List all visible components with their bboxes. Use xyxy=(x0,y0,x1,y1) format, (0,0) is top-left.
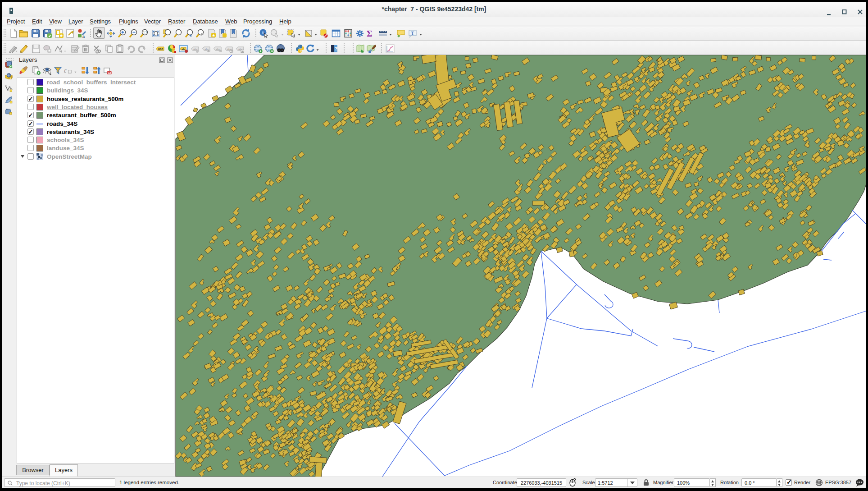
svg-text:1:1: 1:1 xyxy=(143,31,147,34)
svg-text:Σ: Σ xyxy=(367,29,372,38)
svg-text:abc: abc xyxy=(158,47,164,50)
svg-text:T: T xyxy=(411,31,414,36)
svg-text:abc: abc xyxy=(216,48,221,50)
svg-text:?: ? xyxy=(335,46,338,51)
svg-text:ab: ab xyxy=(182,48,185,50)
svg-text:abc: abc xyxy=(193,48,198,50)
svg-text:i: i xyxy=(262,30,264,35)
svg-text:a: a xyxy=(82,34,85,38)
svg-text:ε: ε xyxy=(64,67,67,74)
